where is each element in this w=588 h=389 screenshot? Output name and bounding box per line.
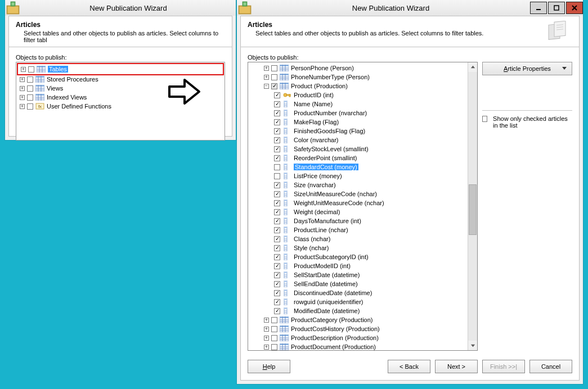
expander-icon[interactable]: + xyxy=(21,67,26,72)
node-checkbox[interactable] xyxy=(274,137,280,143)
node-checkbox[interactable] xyxy=(274,290,280,296)
table-node[interactable]: +ProductDescription (Production) xyxy=(249,333,466,342)
node-checkbox[interactable] xyxy=(271,74,277,80)
column-node[interactable]: ProductSubcategoryID (int) xyxy=(249,252,466,261)
node-checkbox[interactable] xyxy=(274,236,280,242)
node-checkbox[interactable] xyxy=(271,344,277,350)
column-icon xyxy=(282,263,291,269)
node-checkbox[interactable] xyxy=(274,299,280,305)
next-button[interactable]: Next > xyxy=(435,360,478,373)
expander-icon[interactable]: + xyxy=(264,327,269,332)
node-checkbox[interactable] xyxy=(274,200,280,206)
expander-icon[interactable]: + xyxy=(264,336,269,341)
help-button[interactable]: Help xyxy=(248,360,290,373)
node-checkbox[interactable] xyxy=(271,326,277,332)
column-node[interactable]: rowguid (uniqueidentifier) xyxy=(249,297,466,306)
expander-icon[interactable]: + xyxy=(264,75,269,80)
column-node[interactable]: ReorderPoint (smallint) xyxy=(249,153,466,162)
expander-icon[interactable]: + xyxy=(20,95,25,100)
column-node[interactable]: Class (nchar) xyxy=(249,234,466,243)
node-checkbox[interactable] xyxy=(274,209,280,215)
table-node[interactable]: +ProductCostHistory (Production) xyxy=(249,324,466,333)
column-node[interactable]: FinishedGoodsFlag (Flag) xyxy=(249,126,466,135)
node-checkbox[interactable] xyxy=(274,245,280,251)
column-node[interactable]: Size (nvarchar) xyxy=(249,180,466,189)
expander-icon[interactable]: + xyxy=(20,104,25,109)
node-checkbox[interactable] xyxy=(27,85,33,92)
tree-scrollbar[interactable] xyxy=(468,62,477,350)
node-checkbox[interactable] xyxy=(274,254,280,260)
scroll-thumb[interactable] xyxy=(469,184,477,235)
node-checkbox[interactable] xyxy=(274,155,280,161)
expander-icon[interactable]: + xyxy=(264,318,269,323)
expander-icon[interactable]: − xyxy=(264,84,269,89)
column-node[interactable]: SellEndDate (datetime) xyxy=(249,279,466,288)
column-node[interactable]: Color (nvarchar) xyxy=(249,135,466,144)
column-node[interactable]: Style (nchar) xyxy=(249,243,466,252)
node-checkbox[interactable] xyxy=(271,335,277,341)
node-checkbox[interactable] xyxy=(274,182,280,188)
node-checkbox[interactable] xyxy=(271,317,277,323)
column-node[interactable]: SizeUnitMeasureCode (nchar) xyxy=(249,189,466,198)
node-checkbox[interactable] xyxy=(274,92,280,98)
expander-icon[interactable]: + xyxy=(264,66,269,71)
tree-node[interactable]: +Tables xyxy=(19,65,222,74)
node-checkbox[interactable] xyxy=(27,103,33,110)
node-checkbox[interactable] xyxy=(274,218,280,224)
node-checkbox[interactable] xyxy=(274,227,280,233)
maximize-button[interactable] xyxy=(548,2,565,14)
column-node[interactable]: Weight (decimal) xyxy=(249,207,466,216)
column-node[interactable]: ProductNumber (nvarchar) xyxy=(249,108,466,117)
expander-icon[interactable]: + xyxy=(20,86,25,91)
expander-icon[interactable]: + xyxy=(20,77,25,82)
node-checkbox[interactable] xyxy=(274,272,280,278)
column-node[interactable]: ListPrice (money) xyxy=(249,171,466,180)
node-checkbox[interactable] xyxy=(28,66,34,73)
node-checkbox[interactable] xyxy=(274,128,280,134)
back-button[interactable]: < Back xyxy=(388,360,430,373)
node-checkbox[interactable] xyxy=(274,110,280,116)
table-node[interactable]: −Product (Production) xyxy=(249,82,466,91)
node-checkbox[interactable] xyxy=(27,76,33,83)
column-node[interactable]: MakeFlag (Flag) xyxy=(249,117,466,126)
column-node[interactable]: ProductModelID (int) xyxy=(249,261,466,270)
column-node[interactable]: ProductID (int) xyxy=(249,91,466,99)
column-node[interactable]: ProductLine (nchar) xyxy=(249,225,466,234)
expander-icon[interactable]: + xyxy=(264,345,269,350)
node-checkbox[interactable] xyxy=(274,281,280,287)
show-only-checked-checkbox[interactable] xyxy=(482,116,487,122)
node-checkbox[interactable] xyxy=(274,191,280,197)
article-properties-button[interactable]: Article Properties xyxy=(482,62,572,75)
node-checkbox[interactable] xyxy=(274,173,280,179)
node-checkbox[interactable] xyxy=(271,83,277,89)
column-node[interactable]: DiscontinuedDate (datetime) xyxy=(249,288,466,297)
column-node[interactable]: SafetyStockLevel (smallint) xyxy=(249,144,466,153)
node-checkbox[interactable] xyxy=(271,65,277,71)
show-only-checked-option[interactable]: Show only checked articles in the list xyxy=(482,115,572,129)
column-node[interactable]: WeightUnitMeasureCode (nchar) xyxy=(249,198,466,207)
column-node[interactable]: Name (Name) xyxy=(249,99,466,108)
table-node[interactable]: +PhoneNumberType (Person) xyxy=(249,73,466,82)
objects-tree-right[interactable]: +PersonPhone (Person)+PhoneNumberType (P… xyxy=(248,62,478,351)
node-checkbox[interactable] xyxy=(274,119,280,125)
node-checkbox[interactable] xyxy=(274,146,280,152)
node-checkbox[interactable] xyxy=(274,164,280,170)
column-node[interactable]: StandardCost (money) xyxy=(249,162,466,171)
table-node[interactable]: +PersonPhone (Person) xyxy=(249,64,466,73)
column-node[interactable]: ModifiedDate (datetime) xyxy=(249,306,466,315)
node-checkbox[interactable] xyxy=(274,101,280,107)
minimize-button[interactable] xyxy=(530,2,547,14)
column-node[interactable]: SellStartDate (datetime) xyxy=(249,270,466,279)
finish-button[interactable]: Finish >>| xyxy=(482,360,525,373)
node-checkbox[interactable] xyxy=(274,308,280,314)
table-node[interactable]: +ProductCategory (Production) xyxy=(249,315,466,324)
column-icon xyxy=(282,209,291,215)
node-checkbox[interactable] xyxy=(274,263,280,269)
scroll-up-button[interactable] xyxy=(468,62,477,72)
node-checkbox[interactable] xyxy=(27,94,33,101)
close-button[interactable] xyxy=(566,2,583,14)
column-node[interactable]: DaysToManufacture (int) xyxy=(249,216,466,225)
cancel-button[interactable]: Cancel xyxy=(529,360,572,373)
table-node[interactable]: +ProductDocument (Production) xyxy=(249,342,466,350)
scroll-down-button[interactable] xyxy=(468,341,477,350)
